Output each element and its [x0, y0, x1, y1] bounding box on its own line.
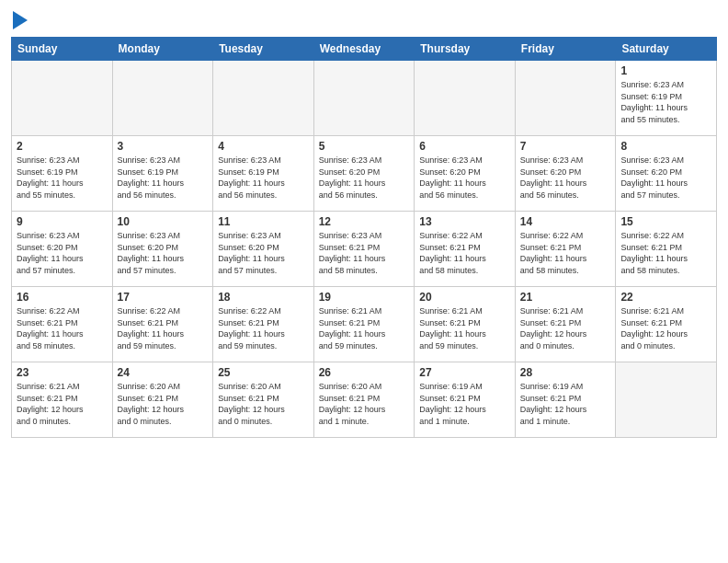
day-number: 2 [17, 140, 108, 153]
day-number: 25 [218, 366, 309, 379]
calendar-cell: 13Sunrise: 6:22 AM Sunset: 6:21 PM Dayli… [415, 212, 516, 287]
day-number: 17 [118, 291, 209, 304]
day-number: 4 [218, 140, 309, 153]
day-info: Sunrise: 6:22 AM Sunset: 6:21 PM Dayligh… [218, 305, 309, 351]
day-info: Sunrise: 6:22 AM Sunset: 6:21 PM Dayligh… [520, 230, 611, 276]
day-info: Sunrise: 6:23 AM Sunset: 6:20 PM Dayligh… [17, 230, 108, 276]
calendar-cell: 22Sunrise: 6:21 AM Sunset: 6:21 PM Dayli… [616, 287, 717, 362]
week-row-3: 9Sunrise: 6:23 AM Sunset: 6:20 PM Daylig… [12, 212, 717, 287]
day-info: Sunrise: 6:23 AM Sunset: 6:20 PM Dayligh… [620, 155, 711, 201]
day-number: 9 [17, 215, 108, 228]
day-info: Sunrise: 6:20 AM Sunset: 6:21 PM Dayligh… [319, 381, 410, 427]
calendar-cell: 25Sunrise: 6:20 AM Sunset: 6:21 PM Dayli… [213, 362, 314, 438]
calendar-cell: 1Sunrise: 6:23 AM Sunset: 6:19 PM Daylig… [616, 61, 717, 136]
week-row-1: 1Sunrise: 6:23 AM Sunset: 6:19 PM Daylig… [12, 61, 717, 136]
calendar-cell [313, 61, 415, 136]
day-number: 26 [319, 366, 410, 379]
calendar-cell: 6Sunrise: 6:23 AM Sunset: 6:20 PM Daylig… [415, 136, 516, 212]
day-number: 10 [118, 215, 209, 228]
calendar-cell: 19Sunrise: 6:21 AM Sunset: 6:21 PM Dayli… [313, 287, 415, 362]
day-info: Sunrise: 6:23 AM Sunset: 6:20 PM Dayligh… [520, 155, 611, 201]
week-row-5: 23Sunrise: 6:21 AM Sunset: 6:21 PM Dayli… [12, 362, 717, 438]
day-info: Sunrise: 6:21 AM Sunset: 6:21 PM Dayligh… [419, 305, 510, 351]
calendar-cell: 14Sunrise: 6:22 AM Sunset: 6:21 PM Dayli… [515, 212, 616, 287]
day-number: 24 [118, 366, 209, 379]
weekday-header-sunday: Sunday [12, 38, 113, 61]
weekday-header-tuesday: Tuesday [213, 38, 314, 61]
calendar-cell: 8Sunrise: 6:23 AM Sunset: 6:20 PM Daylig… [616, 136, 717, 212]
calendar-cell [616, 362, 717, 438]
logo [11, 9, 28, 29]
calendar-cell [415, 61, 516, 136]
calendar-cell: 7Sunrise: 6:23 AM Sunset: 6:20 PM Daylig… [515, 136, 616, 212]
calendar-table: SundayMondayTuesdayWednesdayThursdayFrid… [11, 37, 717, 438]
day-number: 6 [419, 140, 510, 153]
week-row-2: 2Sunrise: 6:23 AM Sunset: 6:19 PM Daylig… [12, 136, 717, 212]
day-number: 22 [620, 291, 711, 304]
weekday-header-wednesday: Wednesday [313, 38, 415, 61]
day-info: Sunrise: 6:23 AM Sunset: 6:19 PM Dayligh… [118, 155, 209, 201]
calendar-cell: 15Sunrise: 6:22 AM Sunset: 6:21 PM Dayli… [616, 212, 717, 287]
day-info: Sunrise: 6:22 AM Sunset: 6:21 PM Dayligh… [118, 305, 209, 351]
day-info: Sunrise: 6:21 AM Sunset: 6:21 PM Dayligh… [319, 305, 410, 351]
day-number: 21 [520, 291, 611, 304]
day-info: Sunrise: 6:23 AM Sunset: 6:20 PM Dayligh… [419, 155, 510, 201]
day-info: Sunrise: 6:23 AM Sunset: 6:21 PM Dayligh… [319, 230, 410, 276]
day-info: Sunrise: 6:23 AM Sunset: 6:20 PM Dayligh… [218, 230, 309, 276]
calendar-cell: 2Sunrise: 6:23 AM Sunset: 6:19 PM Daylig… [12, 136, 113, 212]
day-number: 7 [520, 140, 611, 153]
calendar-cell: 23Sunrise: 6:21 AM Sunset: 6:21 PM Dayli… [12, 362, 113, 438]
day-info: Sunrise: 6:21 AM Sunset: 6:21 PM Dayligh… [620, 305, 711, 351]
day-number: 23 [17, 366, 108, 379]
calendar-cell: 18Sunrise: 6:22 AM Sunset: 6:21 PM Dayli… [213, 287, 314, 362]
day-info: Sunrise: 6:23 AM Sunset: 6:19 PM Dayligh… [218, 155, 309, 201]
weekday-header-saturday: Saturday [616, 38, 717, 61]
calendar-cell: 10Sunrise: 6:23 AM Sunset: 6:20 PM Dayli… [112, 212, 213, 287]
day-info: Sunrise: 6:19 AM Sunset: 6:21 PM Dayligh… [520, 381, 611, 427]
day-info: Sunrise: 6:21 AM Sunset: 6:21 PM Dayligh… [520, 305, 611, 351]
page: SundayMondayTuesdayWednesdayThursdayFrid… [0, 0, 728, 563]
calendar-cell: 20Sunrise: 6:21 AM Sunset: 6:21 PM Dayli… [415, 287, 516, 362]
calendar-cell: 17Sunrise: 6:22 AM Sunset: 6:21 PM Dayli… [112, 287, 213, 362]
day-number: 27 [419, 366, 510, 379]
day-number: 19 [319, 291, 410, 304]
calendar-cell: 12Sunrise: 6:23 AM Sunset: 6:21 PM Dayli… [313, 212, 415, 287]
day-info: Sunrise: 6:23 AM Sunset: 6:19 PM Dayligh… [17, 155, 108, 201]
day-info: Sunrise: 6:23 AM Sunset: 6:20 PM Dayligh… [319, 155, 410, 201]
calendar-cell: 9Sunrise: 6:23 AM Sunset: 6:20 PM Daylig… [12, 212, 113, 287]
day-number: 5 [319, 140, 410, 153]
day-info: Sunrise: 6:20 AM Sunset: 6:21 PM Dayligh… [218, 381, 309, 427]
day-info: Sunrise: 6:19 AM Sunset: 6:21 PM Dayligh… [419, 381, 510, 427]
weekday-header-monday: Monday [112, 38, 213, 61]
calendar-cell: 5Sunrise: 6:23 AM Sunset: 6:20 PM Daylig… [313, 136, 415, 212]
day-number: 11 [218, 215, 309, 228]
weekday-header-row: SundayMondayTuesdayWednesdayThursdayFrid… [12, 38, 717, 61]
calendar-cell: 21Sunrise: 6:21 AM Sunset: 6:21 PM Dayli… [515, 287, 616, 362]
weekday-header-thursday: Thursday [415, 38, 516, 61]
day-number: 16 [17, 291, 108, 304]
calendar-cell: 27Sunrise: 6:19 AM Sunset: 6:21 PM Dayli… [415, 362, 516, 438]
day-number: 8 [620, 140, 711, 153]
calendar-cell: 4Sunrise: 6:23 AM Sunset: 6:19 PM Daylig… [213, 136, 314, 212]
day-number: 15 [620, 215, 711, 228]
day-number: 13 [419, 215, 510, 228]
day-number: 14 [520, 215, 611, 228]
day-number: 28 [520, 366, 611, 379]
day-info: Sunrise: 6:21 AM Sunset: 6:21 PM Dayligh… [17, 381, 108, 427]
calendar-cell: 16Sunrise: 6:22 AM Sunset: 6:21 PM Dayli… [12, 287, 113, 362]
day-number: 20 [419, 291, 510, 304]
calendar-cell: 28Sunrise: 6:19 AM Sunset: 6:21 PM Dayli… [515, 362, 616, 438]
calendar-cell [213, 61, 314, 136]
day-info: Sunrise: 6:23 AM Sunset: 6:19 PM Dayligh… [620, 79, 711, 125]
day-info: Sunrise: 6:22 AM Sunset: 6:21 PM Dayligh… [17, 305, 108, 351]
weekday-header-friday: Friday [515, 38, 616, 61]
day-number: 12 [319, 215, 410, 228]
calendar-cell: 24Sunrise: 6:20 AM Sunset: 6:21 PM Dayli… [112, 362, 213, 438]
calendar-cell: 11Sunrise: 6:23 AM Sunset: 6:20 PM Dayli… [213, 212, 314, 287]
day-number: 18 [218, 291, 309, 304]
day-info: Sunrise: 6:20 AM Sunset: 6:21 PM Dayligh… [118, 381, 209, 427]
logo-arrow-icon [13, 11, 28, 29]
day-info: Sunrise: 6:23 AM Sunset: 6:20 PM Dayligh… [118, 230, 209, 276]
calendar-cell [12, 61, 113, 136]
day-number: 3 [118, 140, 209, 153]
